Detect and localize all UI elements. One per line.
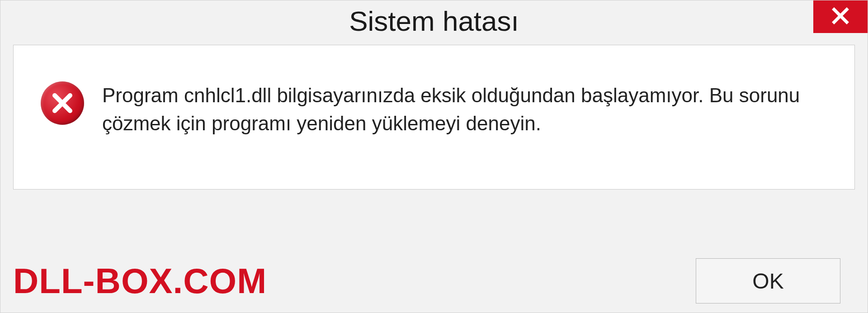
error-icon [41,81,84,125]
error-message: Program cnhlcl1.dll bilgisayarınızda eks… [102,81,826,137]
footer-row: DLL-BOX.COM OK [0,258,868,304]
ok-button[interactable]: OK [696,258,840,304]
titlebar: Sistem hatası [0,0,868,41]
content-panel: Program cnhlcl1.dll bilgisayarınızda eks… [13,45,855,190]
close-icon [831,7,849,27]
dialog-title: Sistem hatası [349,5,519,37]
close-button[interactable] [813,0,868,33]
watermark-text: DLL-BOX.COM [13,261,267,302]
